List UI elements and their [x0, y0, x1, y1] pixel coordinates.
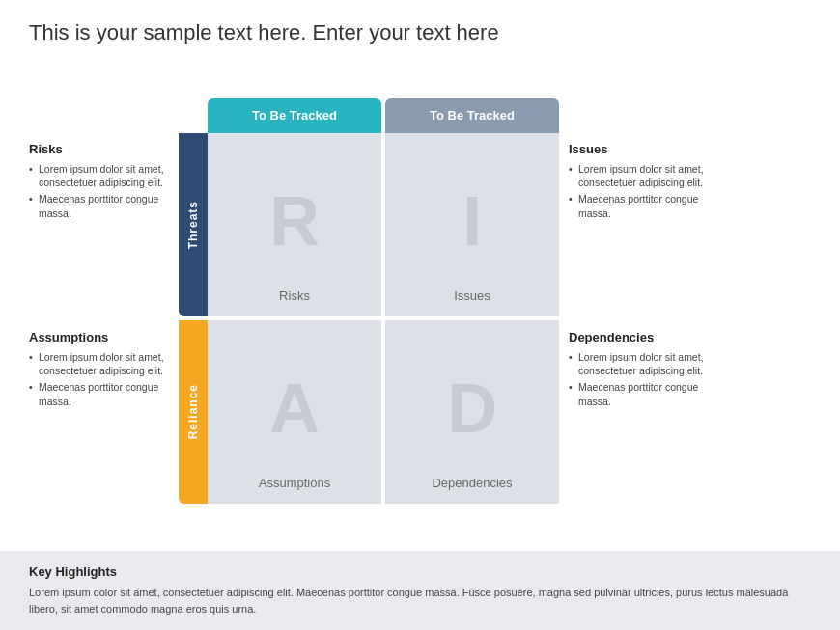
issues-list: Lorem ipsum dolor sit amet, consectetuer…: [569, 162, 709, 223]
col-header-2: To Be Tracked: [385, 98, 559, 133]
row-label-col: Threats Reliance: [179, 133, 208, 504]
assumptions-list: Lorem ipsum dolor sit amet, consectetuer…: [29, 350, 169, 411]
footer-bar: Key Highlights Lorem ipsum dolor sit ame…: [0, 551, 840, 630]
risks-item-2: Maecenas porttitor congue massa.: [29, 192, 169, 220]
r-label: Risks: [279, 288, 310, 303]
assumptions-item-2: Maecenas porttitor congue massa.: [29, 380, 169, 408]
reliance-label: Reliance: [186, 384, 200, 439]
center-grid: To Be Tracked To Be Tracked Threats Reli…: [177, 98, 561, 504]
dependencies-title: Dependencies: [569, 330, 709, 344]
grid-cells: R Risks I Issues A Assumptions: [208, 133, 559, 504]
dependencies-item-2: Maecenas porttitor congue massa.: [569, 380, 709, 408]
cell-dependencies: D Dependencies: [385, 320, 559, 504]
cell-issues: I Issues: [385, 133, 559, 316]
cell-assumptions: A Assumptions: [208, 320, 381, 504]
issues-item-2: Maecenas porttitor congue massa.: [569, 192, 709, 220]
left-assumptions-block: Assumptions Lorem ipsum dolor sit amet, …: [29, 301, 169, 489]
row-label-reliance: Reliance: [179, 320, 208, 504]
risks-title: Risks: [29, 142, 169, 156]
a-label: Assumptions: [259, 476, 330, 490]
dependencies-item-1: Lorem ipsum dolor sit amet, consectetuer…: [569, 350, 709, 378]
issues-item-1: Lorem ipsum dolor sit amet, consectetuer…: [569, 162, 709, 190]
footer-text: Lorem ipsum dolor sit amet, consectetuer…: [29, 585, 811, 616]
cell-risks: R Risks: [208, 133, 381, 316]
grid-row-1: R Risks I Issues: [208, 133, 559, 316]
grid-body: Threats Reliance R Risks: [179, 133, 559, 504]
issues-title: Issues: [569, 142, 709, 156]
assumptions-title: Assumptions: [29, 330, 169, 344]
right-dependencies-block: Dependencies Lorem ipsum dolor sit amet,…: [569, 301, 709, 489]
threats-label: Threats: [186, 201, 200, 249]
dependencies-list: Lorem ipsum dolor sit amet, consectetuer…: [569, 350, 709, 411]
d-label: Dependencies: [432, 476, 512, 490]
main-content: Risks Lorem ipsum dolor sit amet, consec…: [29, 67, 811, 535]
page-wrapper: This is your sample text here. Enter you…: [0, 0, 840, 630]
row-label-threats: Threats: [179, 133, 208, 316]
header-title: This is your sample text here. Enter you…: [29, 19, 811, 47]
assumptions-item-1: Lorem ipsum dolor sit amet, consectetuer…: [29, 350, 169, 378]
risks-list: Lorem ipsum dolor sit amet, consectetuer…: [29, 162, 169, 223]
footer-title: Key Highlights: [29, 564, 811, 579]
a-letter: A: [269, 373, 320, 443]
right-issues-block: Issues Lorem ipsum dolor sit amet, conse…: [569, 113, 709, 301]
r-letter: R: [269, 186, 320, 256]
col-header-1: To Be Tracked: [208, 98, 381, 133]
d-letter: D: [447, 373, 497, 443]
i-letter: I: [462, 186, 482, 256]
column-headers: To Be Tracked To Be Tracked: [206, 98, 561, 133]
left-labels: Risks Lorem ipsum dolor sit amet, consec…: [29, 113, 169, 489]
i-label: Issues: [454, 288, 490, 303]
risks-item-1: Lorem ipsum dolor sit amet, consectetuer…: [29, 162, 169, 190]
grid-row-2: A Assumptions D Dependencies: [208, 320, 559, 504]
right-labels: Issues Lorem ipsum dolor sit amet, conse…: [569, 113, 709, 489]
left-risks-block: Risks Lorem ipsum dolor sit amet, consec…: [29, 113, 169, 301]
